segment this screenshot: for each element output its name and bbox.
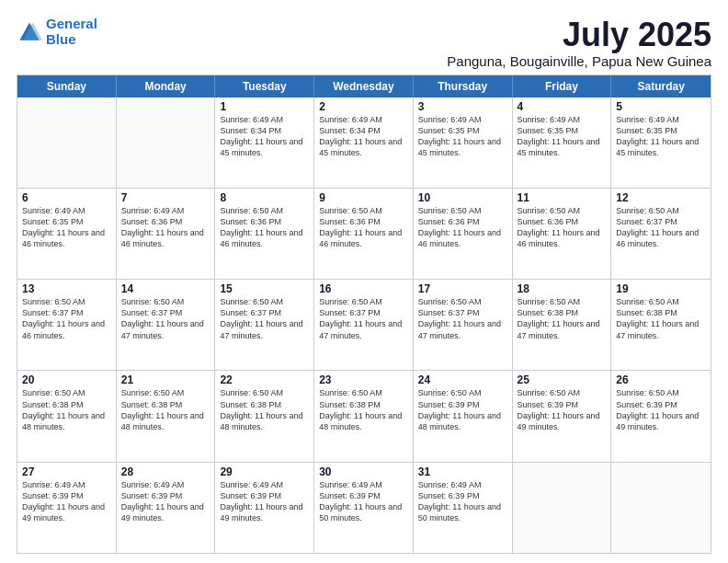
calendar-cell (17, 98, 117, 188)
calendar-cell: 6Sunrise: 6:49 AM Sunset: 6:35 PM Daylig… (17, 189, 117, 279)
day-number: 15 (220, 282, 309, 295)
day-number: 13 (22, 282, 111, 295)
calendar-cell: 22Sunrise: 6:50 AM Sunset: 6:38 PM Dayli… (215, 371, 314, 461)
day-info: Sunrise: 6:49 AM Sunset: 6:39 PM Dayligh… (319, 479, 408, 524)
day-number: 23 (319, 373, 408, 386)
calendar: SundayMondayTuesdayWednesdayThursdayFrid… (17, 75, 711, 554)
calendar-cell: 13Sunrise: 6:50 AM Sunset: 6:37 PM Dayli… (17, 280, 117, 370)
day-info: Sunrise: 6:50 AM Sunset: 6:38 PM Dayligh… (121, 387, 210, 432)
calendar-row: 20Sunrise: 6:50 AM Sunset: 6:38 PM Dayli… (17, 371, 711, 462)
day-info: Sunrise: 6:50 AM Sunset: 6:38 PM Dayligh… (518, 296, 607, 341)
day-number: 31 (418, 465, 507, 478)
calendar-header-cell: Thursday (414, 75, 513, 98)
calendar-header: SundayMondayTuesdayWednesdayThursdayFrid… (17, 75, 711, 98)
logo-icon (17, 19, 42, 45)
day-info: Sunrise: 6:49 AM Sunset: 6:39 PM Dayligh… (418, 479, 507, 524)
calendar-cell: 18Sunrise: 6:50 AM Sunset: 6:38 PM Dayli… (513, 280, 612, 370)
day-info: Sunrise: 6:50 AM Sunset: 6:38 PM Dayligh… (220, 387, 309, 432)
day-number: 28 (121, 465, 210, 478)
calendar-cell (611, 463, 711, 553)
calendar-cell: 11Sunrise: 6:50 AM Sunset: 6:36 PM Dayli… (513, 189, 612, 279)
day-number: 2 (319, 100, 408, 113)
calendar-cell (513, 463, 612, 553)
calendar-body: 1Sunrise: 6:49 AM Sunset: 6:34 PM Daylig… (17, 98, 711, 553)
calendar-cell: 15Sunrise: 6:50 AM Sunset: 6:37 PM Dayli… (215, 280, 314, 370)
day-number: 8 (220, 191, 309, 204)
logo: General Blue (17, 17, 97, 47)
day-number: 25 (518, 373, 607, 386)
day-number: 7 (121, 191, 210, 204)
header: General Blue July 2025 Panguna, Bougainv… (17, 17, 711, 69)
day-info: Sunrise: 6:49 AM Sunset: 6:36 PM Dayligh… (121, 205, 210, 250)
calendar-header-cell: Tuesday (215, 75, 314, 98)
day-info: Sunrise: 6:50 AM Sunset: 6:36 PM Dayligh… (418, 205, 507, 250)
calendar-row: 6Sunrise: 6:49 AM Sunset: 6:35 PM Daylig… (17, 189, 711, 280)
day-number: 30 (319, 465, 408, 478)
day-info: Sunrise: 6:49 AM Sunset: 6:35 PM Dayligh… (518, 114, 607, 159)
calendar-row: 1Sunrise: 6:49 AM Sunset: 6:34 PM Daylig… (17, 98, 711, 189)
calendar-cell: 12Sunrise: 6:50 AM Sunset: 6:37 PM Dayli… (611, 189, 711, 279)
calendar-cell: 8Sunrise: 6:50 AM Sunset: 6:36 PM Daylig… (215, 189, 314, 279)
day-number: 6 (22, 191, 111, 204)
day-info: Sunrise: 6:50 AM Sunset: 6:37 PM Dayligh… (220, 296, 309, 341)
day-info: Sunrise: 6:50 AM Sunset: 6:38 PM Dayligh… (22, 387, 111, 432)
day-info: Sunrise: 6:49 AM Sunset: 6:34 PM Dayligh… (319, 114, 408, 159)
logo-line2: Blue (46, 31, 76, 47)
day-info: Sunrise: 6:50 AM Sunset: 6:37 PM Dayligh… (319, 296, 408, 341)
day-number: 19 (616, 282, 706, 295)
main-title: July 2025 (447, 17, 711, 53)
day-number: 9 (319, 191, 408, 204)
day-number: 22 (220, 373, 309, 386)
calendar-cell: 10Sunrise: 6:50 AM Sunset: 6:36 PM Dayli… (414, 189, 513, 279)
calendar-header-cell: Wednesday (314, 75, 414, 98)
day-number: 26 (616, 373, 706, 386)
calendar-cell: 9Sunrise: 6:50 AM Sunset: 6:36 PM Daylig… (314, 189, 414, 279)
calendar-cell (117, 98, 216, 188)
calendar-cell: 27Sunrise: 6:49 AM Sunset: 6:39 PM Dayli… (17, 463, 117, 553)
day-info: Sunrise: 6:49 AM Sunset: 6:39 PM Dayligh… (121, 479, 210, 524)
day-number: 20 (22, 373, 111, 386)
day-info: Sunrise: 6:49 AM Sunset: 6:34 PM Dayligh… (220, 114, 309, 159)
calendar-cell: 28Sunrise: 6:49 AM Sunset: 6:39 PM Dayli… (117, 463, 216, 553)
calendar-row: 13Sunrise: 6:50 AM Sunset: 6:37 PM Dayli… (17, 280, 711, 371)
calendar-cell: 7Sunrise: 6:49 AM Sunset: 6:36 PM Daylig… (117, 189, 216, 279)
day-number: 4 (518, 100, 607, 113)
day-number: 18 (518, 282, 607, 295)
day-number: 27 (22, 465, 111, 478)
day-number: 16 (319, 282, 408, 295)
day-number: 21 (121, 373, 210, 386)
calendar-row: 27Sunrise: 6:49 AM Sunset: 6:39 PM Dayli… (17, 463, 711, 553)
calendar-cell: 25Sunrise: 6:50 AM Sunset: 6:39 PM Dayli… (513, 371, 612, 461)
subtitle: Panguna, Bougainville, Papua New Guinea (447, 53, 711, 69)
day-number: 12 (616, 191, 706, 204)
calendar-cell: 24Sunrise: 6:50 AM Sunset: 6:39 PM Dayli… (414, 371, 513, 461)
title-block: July 2025 Panguna, Bougainville, Papua N… (447, 17, 711, 69)
calendar-cell: 2Sunrise: 6:49 AM Sunset: 6:34 PM Daylig… (314, 98, 414, 188)
calendar-cell: 19Sunrise: 6:50 AM Sunset: 6:38 PM Dayli… (611, 280, 711, 370)
calendar-cell: 14Sunrise: 6:50 AM Sunset: 6:37 PM Dayli… (117, 280, 216, 370)
calendar-header-cell: Saturday (611, 75, 711, 98)
day-number: 5 (616, 100, 706, 113)
day-number: 24 (418, 373, 507, 386)
calendar-cell: 20Sunrise: 6:50 AM Sunset: 6:38 PM Dayli… (17, 371, 117, 461)
calendar-cell: 31Sunrise: 6:49 AM Sunset: 6:39 PM Dayli… (414, 463, 513, 553)
day-number: 10 (418, 191, 507, 204)
day-info: Sunrise: 6:50 AM Sunset: 6:39 PM Dayligh… (518, 387, 607, 432)
calendar-cell: 30Sunrise: 6:49 AM Sunset: 6:39 PM Dayli… (314, 463, 414, 553)
calendar-cell: 5Sunrise: 6:49 AM Sunset: 6:35 PM Daylig… (611, 98, 711, 188)
page: General Blue July 2025 Panguna, Bougainv… (0, 0, 728, 563)
day-number: 3 (418, 100, 507, 113)
calendar-cell: 29Sunrise: 6:49 AM Sunset: 6:39 PM Dayli… (215, 463, 314, 553)
day-info: Sunrise: 6:50 AM Sunset: 6:36 PM Dayligh… (220, 205, 309, 250)
day-info: Sunrise: 6:50 AM Sunset: 6:38 PM Dayligh… (319, 387, 408, 432)
calendar-cell: 3Sunrise: 6:49 AM Sunset: 6:35 PM Daylig… (414, 98, 513, 188)
day-info: Sunrise: 6:49 AM Sunset: 6:35 PM Dayligh… (616, 114, 706, 159)
day-info: Sunrise: 6:49 AM Sunset: 6:39 PM Dayligh… (220, 479, 309, 524)
day-number: 17 (418, 282, 507, 295)
day-info: Sunrise: 6:50 AM Sunset: 6:38 PM Dayligh… (616, 296, 706, 341)
day-info: Sunrise: 6:50 AM Sunset: 6:37 PM Dayligh… (22, 296, 111, 341)
calendar-cell: 21Sunrise: 6:50 AM Sunset: 6:38 PM Dayli… (117, 371, 216, 461)
calendar-cell: 1Sunrise: 6:49 AM Sunset: 6:34 PM Daylig… (215, 98, 314, 188)
calendar-header-cell: Friday (513, 75, 612, 98)
calendar-cell: 16Sunrise: 6:50 AM Sunset: 6:37 PM Dayli… (314, 280, 414, 370)
